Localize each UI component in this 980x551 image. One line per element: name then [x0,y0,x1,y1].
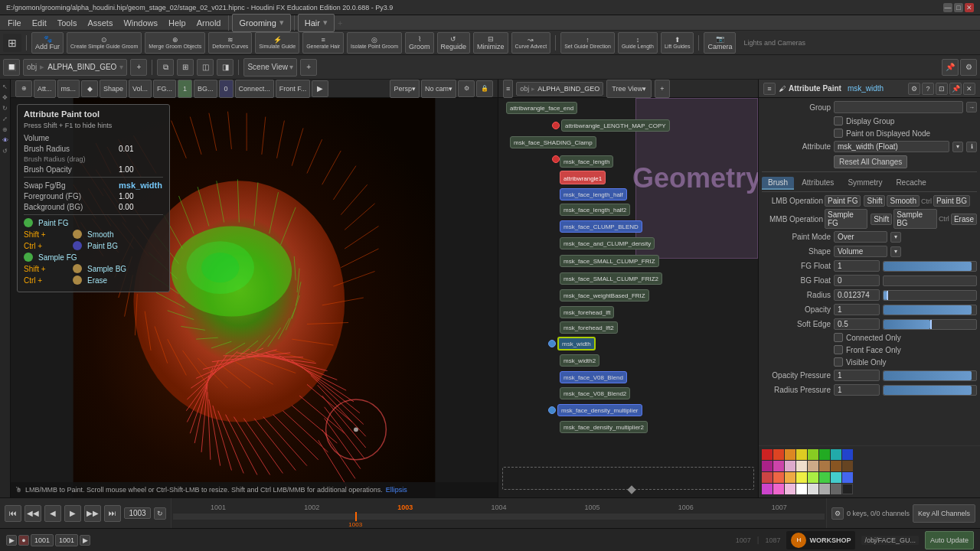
curve-advect-button[interactable]: ↝ Curve Advect [511,32,551,54]
create-simple-guide-groom-button[interactable]: ⊙ Create Simple Guide Groom [67,32,142,54]
vp-play-button[interactable]: ▶ [312,80,328,97]
node-length-map-copy[interactable]: attribwrangle_LENGTH_MAP_COPY [561,119,670,132]
anim-controls-icon[interactable]: ▶ [6,535,17,546]
current-frame-display[interactable]: 1003 [124,507,151,519]
node-forehead-lft[interactable]: msk_forehead_lft [560,306,614,318]
shape-expand-icon[interactable]: ▾ [890,246,901,257]
add-view-button[interactable]: + [300,59,317,76]
groom-button[interactable]: ⌇ Groom [405,32,434,54]
vp-snap-button[interactable]: ⊕ [15,80,32,97]
simulate-guides-button[interactable]: ⚡ Simulate Guide [255,32,299,54]
swatch-14[interactable] [819,461,830,471]
swatch-13[interactable] [808,461,818,471]
symmetry-tab[interactable]: Symmetry [841,177,888,190]
minimize-button[interactable]: — [943,3,952,12]
path-add-button[interactable]: + [130,59,147,76]
swatch-11[interactable] [785,461,795,471]
swatch-24[interactable] [842,472,853,483]
merge-groom-objects-button[interactable]: ⊕ Merge Groom Objects [145,32,205,54]
viewport-3d-content[interactable]: Attribute Paint tool Press Shift + F1 to… [11,98,498,497]
swatch-31[interactable] [831,484,841,494]
recache-tab[interactable]: Recache [890,177,932,190]
vp-fg-dropdown[interactable]: FG... [153,80,176,98]
tumble-icon[interactable]: ↺ [1,146,10,155]
playback-prev-icon[interactable]: ◀◀ [24,505,41,522]
add-path-button[interactable]: ▾ [119,63,123,71]
swatch-32[interactable] [842,484,853,494]
opacity-value[interactable]: 1 [834,304,880,315]
viewport-type-icon[interactable]: ⧉ [157,59,174,76]
node-density-mult2[interactable]: msk_face_density_multiplier2 [560,421,648,433]
radius-value[interactable]: 0.012374 [834,289,880,301]
node-view-dropdown[interactable]: Tree View ▾ [606,80,652,98]
swatch-5[interactable] [808,449,818,460]
attr-paint-settings-icon[interactable]: ⚙ [908,83,920,95]
end-frame-input[interactable]: 1001 [55,534,78,546]
swatch-2[interactable] [773,449,784,460]
swatch-18[interactable] [773,472,784,483]
node-shading-clamp[interactable]: msk_face_SHADING_Clamp [510,136,596,148]
front-face-checkbox[interactable] [834,345,843,354]
connected-only-checkbox[interactable] [834,333,843,342]
attributes-tab[interactable]: Attributes [795,177,840,190]
scene-view-dropdown[interactable]: Scene View ▾ [243,58,297,77]
fg-float-slider[interactable] [883,261,977,272]
display-group-checkbox[interactable] [834,116,843,126]
swatch-12[interactable] [796,461,807,471]
swatch-27[interactable] [785,484,795,494]
attr-paint-expand-icon[interactable]: ⊡ [936,83,948,95]
vp-ms-dropdown[interactable]: ms... [57,80,80,98]
node-face-length-half2[interactable]: msk_face_length_half2 [560,204,630,216]
paint-displayed-checkbox[interactable] [834,129,843,138]
vp-bg-dropdown[interactable]: BG... [194,80,217,98]
maximize-button[interactable]: □ [954,3,963,12]
swatch-17[interactable] [762,472,773,483]
menu-windows[interactable]: Windows [119,17,162,29]
view-icon[interactable]: 👁 [1,135,10,145]
deform-curves-button[interactable]: ≋ Deform Curves [208,32,252,54]
node-add-button[interactable]: + [655,80,669,98]
bg-float-value[interactable]: 0 [834,275,880,286]
group-input[interactable] [834,101,963,113]
node-v08-blend2[interactable]: msk_face_V08_Blend2 [560,387,630,399]
swatch-30[interactable] [819,484,830,494]
auto-update-button[interactable]: Auto Update [925,531,974,549]
node-face-length-half[interactable]: msk_face_length_half [560,188,627,201]
menu-edit[interactable]: Edit [28,17,51,29]
handle-icon[interactable]: ⊕ [1,125,10,134]
swatch-21[interactable] [808,472,818,483]
shape-dropdown[interactable]: Volume [834,246,887,257]
vp-att-dropdown[interactable]: Att... [34,80,56,98]
node-v08-blend[interactable]: msk_face_V08_Blend [560,371,627,383]
swatch-15[interactable] [831,461,841,471]
wireframe-icon[interactable]: ◫ [197,59,214,76]
frame-range-icon[interactable]: ▶ [80,535,90,546]
node-face-length[interactable]: msk_face_length [560,155,613,168]
close-button[interactable]: ✕ [965,3,974,12]
menu-tools[interactable]: Tools [53,17,82,29]
swatch-3[interactable] [785,449,795,460]
playback-end-icon[interactable]: ⏭ [104,505,121,522]
attribute-dropdown[interactable]: msk_width (Float) [834,141,949,152]
mmb-sample-bg-dropdown[interactable]: Sample BG [893,209,937,229]
swatch-23[interactable] [831,472,841,483]
loop-icon[interactable]: ↻ [154,507,166,520]
soft-edge-slider[interactable] [883,319,977,330]
node-attribwrangle1[interactable]: attribwrangle1 [560,171,606,184]
lmb-smooth-dropdown[interactable]: Smooth [887,195,919,207]
swatch-6[interactable] [819,449,830,460]
settings-icon[interactable]: ⚙ [960,59,977,76]
node-attribwrangle-face-end[interactable]: attribwrangle_face_end [506,102,577,114]
node-clump-density[interactable]: msk_face_and_CLUMP_density [560,237,655,249]
guide-length-button[interactable]: ↕ Guide Length [618,32,658,54]
main-tools-icon[interactable]: ⊞ [3,34,21,52]
pin-icon[interactable]: 📌 [942,59,959,76]
timeline-scrubber[interactable]: 1001 1002 1003 1004 1005 1006 1007 1003 [172,498,826,528]
attr-paint-menu-icon[interactable]: ≡ [763,83,776,95]
menu-assets[interactable]: Assets [83,17,117,29]
select-tool-icon[interactable]: ↖ [1,82,10,91]
attribute-info-icon[interactable]: ℹ [966,142,977,152]
swatch-1[interactable] [762,449,773,460]
perspective-dropdown[interactable]: Persp ▾ [390,80,420,98]
grooming-dropdown[interactable]: Grooming ▾ [232,14,290,32]
